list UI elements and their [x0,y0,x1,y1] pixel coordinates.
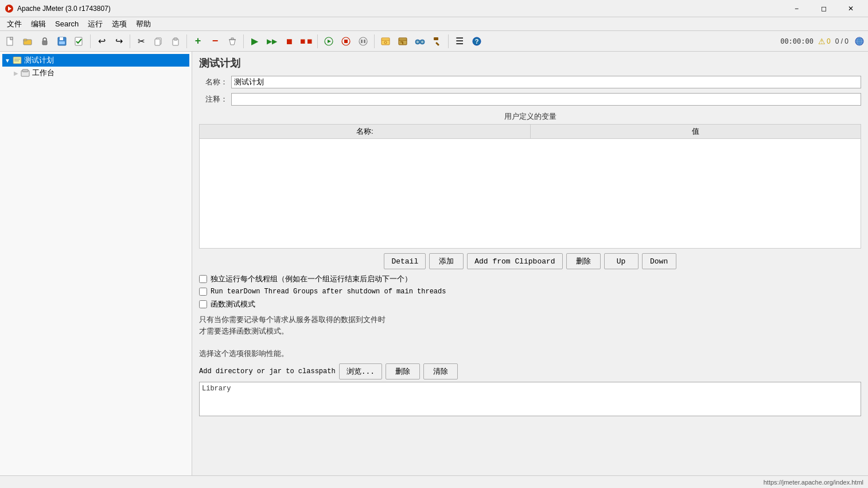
menu-bar: 文件 编辑 Search 运行 选项 帮助 [0,17,868,31]
remote-play-button[interactable] [321,33,337,49]
cut-button[interactable]: ✂ [133,33,149,49]
browse-recent-button[interactable] [395,33,411,49]
svg-point-32 [417,41,419,43]
remote-stop-button[interactable] [338,33,354,49]
menu-help[interactable]: 帮助 [131,18,155,30]
remove-node-button[interactable]: − [207,33,223,49]
teardown-label[interactable]: Run tearDown Thread Groups after shutdow… [211,288,446,296]
status-bar: https://jmeter.apache.org/index.html [0,475,868,488]
svg-rect-11 [75,37,82,45]
independent-threads-label[interactable]: 独立运行每个线程组（例如在一个组运行结束后启动下一个） [211,274,412,284]
browse-template-button[interactable] [377,33,394,49]
variables-table-container: 名称: 值 [199,124,861,249]
list-button[interactable]: ☰ [451,33,468,49]
content-panel: 测试计划 名称： 注释： 用户定义的变量 名称: 值 [192,52,868,475]
desc-line3: 选择这个选项很影响性能。 [199,348,861,359]
paste-button[interactable] [168,33,184,49]
menu-edit[interactable]: 编辑 [26,18,50,30]
sep3 [186,34,187,48]
stop-now-button[interactable]: ⏹⏹ [298,33,314,49]
toolbar-stats: 0 / 0 [835,37,848,45]
sep2 [130,34,130,48]
main-layout: ▼ 测试计划 ▶ 工作台 测试计划 名称： [0,52,868,475]
svg-rect-4 [10,37,13,40]
browse-classpath-button[interactable]: 浏览... [339,363,382,379]
warning-count: ⚠ 0 [818,37,831,46]
delete-var-button[interactable]: 删除 [566,253,601,269]
functions-button[interactable] [429,33,445,49]
menu-options[interactable]: 选项 [107,18,131,30]
lock-button[interactable] [37,33,53,49]
clear-button[interactable] [224,33,240,49]
stop-button[interactable]: ⏹ [281,33,297,49]
close-button[interactable]: ✕ [838,3,863,14]
redo-button[interactable]: ↪ [111,33,127,49]
workbench-icon [21,68,30,78]
up-button[interactable]: Up [604,253,639,269]
col-value: 值 [531,125,861,138]
functional-mode-label[interactable]: 函数测试模式 [211,299,255,309]
table-header: 名称: 值 [200,125,861,139]
teardown-checkbox[interactable] [199,288,207,296]
save-button[interactable] [54,33,70,49]
remote-stop-all-button[interactable] [355,33,371,49]
tree-label-test-plan: 测试计划 [24,55,54,65]
help-button[interactable]: ? [469,33,485,49]
table-body[interactable] [200,139,861,248]
clear-classpath-button[interactable]: 清除 [423,363,458,379]
warning-triangle-icon: ⚠ [818,37,826,46]
window-controls: − ◻ ✕ [784,3,863,14]
minimize-button[interactable]: − [784,3,809,14]
svg-marker-18 [328,40,331,43]
menu-run[interactable]: 运行 [83,18,107,30]
tree-item-test-plan[interactable]: ▼ 测试计划 [2,54,189,67]
menu-file[interactable]: 文件 [2,18,26,30]
undo-button[interactable]: ↩ [94,33,110,49]
delete-classpath-button[interactable]: 删除 [386,363,420,379]
svg-rect-10 [59,41,65,44]
play-all-button[interactable]: ▶▶ [264,33,280,49]
independent-threads-checkbox[interactable] [199,275,207,283]
play-button[interactable]: ▶ [247,33,263,49]
save-check-button[interactable] [71,33,87,49]
maximize-button[interactable]: ◻ [811,3,836,14]
detail-button[interactable]: Detail [384,253,426,269]
app-icon [5,4,14,13]
new-button[interactable] [2,33,18,49]
content-area: 测试计划 名称： 注释： 用户定义的变量 名称: 值 [192,52,868,475]
name-label: 名称： [199,77,228,87]
sep6 [374,34,375,48]
name-input[interactable] [231,76,861,88]
comment-input[interactable] [231,93,861,106]
copy-button[interactable] [150,33,166,49]
panel-title: 测试计划 [199,56,861,70]
name-row: 名称： [199,76,861,88]
add-node-button[interactable]: + [190,33,206,49]
sep4 [243,34,244,48]
svg-rect-6 [24,39,27,41]
svg-text:?: ? [475,38,479,45]
svg-rect-35 [434,37,438,40]
open-button[interactable] [20,33,36,49]
menu-search[interactable]: Search [50,18,83,30]
functional-mode-checkbox[interactable] [199,300,207,308]
down-button[interactable]: Down [642,253,676,269]
svg-rect-15 [174,38,177,40]
classpath-row: Add directory or jar to classpath 浏览... … [199,363,861,379]
library-textarea[interactable]: Library [199,382,861,416]
globe-button[interactable] [853,35,866,48]
comment-row: 注释： [199,93,861,106]
svg-rect-34 [435,41,439,45]
sep5 [317,34,318,48]
tree-label-workbench: 工作台 [32,68,55,78]
add-var-button[interactable]: 添加 [429,253,464,269]
svg-rect-43 [13,57,21,64]
binoculars-button[interactable] [412,33,428,49]
tree-item-workbench[interactable]: ▶ 工作台 [2,67,189,79]
svg-rect-22 [361,40,363,43]
add-clipboard-button[interactable]: Add from Clipboard [467,253,562,269]
tree-arrow-icon: ▼ [5,57,10,64]
desc-line1: 只有当你需要记录每个请求从服务器取得的数据到文件时 [199,314,861,326]
variables-buttons-row: Detail 添加 Add from Clipboard 删除 Up Down [199,253,861,269]
classpath-label: Add directory or jar to classpath [199,367,336,375]
